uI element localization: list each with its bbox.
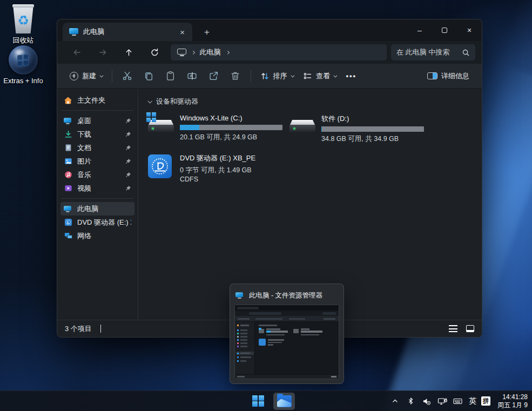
search-placeholder: 在 此电脑 中搜索: [396, 48, 454, 57]
new-label: 新建: [82, 71, 96, 81]
capacity-bar: [321, 126, 424, 132]
up-button[interactable]: [116, 43, 142, 62]
tab-close-icon[interactable]: ×: [178, 28, 187, 37]
minimize-button[interactable]: –: [407, 19, 432, 41]
chevron-down-icon: [100, 74, 103, 77]
sidebar-item-documents[interactable]: 文档: [60, 141, 134, 154]
dvd-drive-icon: [148, 154, 172, 178]
desktop-icon-recycle-bin[interactable]: ♻ 回收站: [0, 4, 46, 45]
forward-button[interactable]: [90, 43, 116, 62]
sidebar-item-music[interactable]: 音乐: [60, 168, 134, 181]
new-button[interactable]: 新建: [65, 67, 107, 85]
tray-overflow-chevron[interactable]: [389, 393, 401, 409]
tab-bar: 此电脑 × + – ×: [57, 19, 482, 41]
drive-name: 软件 (D:): [321, 114, 431, 124]
taskbar-preview-popup[interactable]: 此电脑 - 文件资源管理器: [230, 284, 344, 384]
desktop-icon-extras-info[interactable]: Extras + Info: [0, 45, 46, 85]
sidebar-item-downloads[interactable]: 下载: [60, 127, 134, 141]
sidebar-item-this-pc[interactable]: 此电脑: [60, 202, 134, 215]
details-pane-button[interactable]: 详细信息: [422, 67, 474, 85]
bluetooth-tray-button[interactable]: [405, 393, 417, 409]
maximize-button[interactable]: [432, 19, 457, 41]
breadcrumb-chevron-icon: [191, 51, 194, 54]
ime-mode-badge[interactable]: 拼: [481, 396, 490, 406]
drive-item-c[interactable]: Windows X-Lite (C:) 20.1 GB 可用, 共 24.9 G…: [148, 114, 289, 144]
toolbar-separator: [112, 70, 112, 82]
sidebar-item-home[interactable]: 主文件夹: [60, 93, 134, 107]
large-icons-view-toggle[interactable]: [466, 325, 474, 332]
speaker-muted-icon: [422, 397, 431, 406]
back-button[interactable]: [64, 43, 90, 62]
cut-icon: [122, 71, 132, 81]
navigation-pane: 主文件夹 桌面 下载 文档: [57, 89, 138, 320]
rename-button[interactable]: A: [181, 67, 203, 85]
sort-button[interactable]: 排序: [255, 67, 299, 85]
documents-icon: [64, 144, 72, 152]
pin-icon: [125, 158, 131, 165]
search-icon: [462, 49, 470, 57]
sidebar-item-label: 网络: [77, 231, 131, 241]
drive-name: DVD 驱动器 (E:) XB_PE: [180, 153, 289, 163]
sidebar-item-label: DVD 驱动器 (E:) XB: [77, 218, 131, 227]
view-label: 查看: [316, 71, 330, 81]
sort-label: 排序: [273, 71, 287, 81]
sidebar-divider: [62, 198, 133, 199]
share-button[interactable]: [203, 67, 225, 85]
sidebar-item-label: 图片: [77, 157, 120, 166]
preview-thumbnail[interactable]: [234, 305, 339, 379]
delete-button[interactable]: [225, 67, 246, 85]
more-options-button[interactable]: •••: [341, 67, 362, 85]
sidebar-item-desktop[interactable]: 桌面: [60, 114, 134, 127]
breadcrumb-this-pc[interactable]: 此电脑: [200, 48, 221, 57]
list-view-toggle[interactable]: [449, 325, 457, 332]
command-toolbar: 新建 A 排序 查看: [57, 64, 482, 89]
close-button[interactable]: ×: [457, 19, 482, 41]
search-box[interactable]: 在 此电脑 中搜索: [391, 44, 475, 60]
sidebar-item-label: 下载: [77, 130, 120, 139]
this-pc-icon: [177, 49, 186, 56]
sidebar-item-pictures[interactable]: 图片: [60, 154, 134, 168]
sort-icon: [260, 72, 270, 80]
chevron-down-icon: [291, 74, 294, 77]
sidebar-item-label: 文档: [77, 143, 120, 153]
touch-keyboard-tray-button[interactable]: [452, 393, 464, 409]
sidebar-item-label: 主文件夹: [77, 96, 131, 105]
details-pane-icon: [427, 72, 437, 79]
capacity-bar-fill: [180, 125, 199, 130]
drive-item-dvd[interactable]: DVD 驱动器 (E:) XB_PE 0 字节 可用, 共 1.49 GB CD…: [148, 153, 289, 184]
clock[interactable]: 14:41:28 周五 1月 9: [494, 393, 528, 409]
music-icon: [64, 171, 72, 179]
start-button[interactable]: [247, 393, 269, 410]
section-devices-and-drives[interactable]: 设备和驱动器: [148, 97, 482, 106]
sidebar-item-videos[interactable]: 视频: [60, 181, 134, 195]
delete-icon: [230, 71, 240, 81]
paste-button[interactable]: [160, 67, 181, 85]
section-title: 设备和驱动器: [156, 97, 198, 106]
cut-button[interactable]: [117, 67, 138, 85]
copy-button[interactable]: [138, 67, 160, 85]
network-tray-button[interactable]: [436, 393, 448, 409]
sidebar-item-dvd-drive[interactable]: DVD 驱动器 (E:) XB: [60, 215, 134, 229]
system-drive-icon: [148, 117, 174, 134]
ime-language-indicator[interactable]: 英: [468, 396, 477, 406]
keyboard-icon: [453, 397, 462, 405]
capacity-bar-fill: [321, 126, 322, 132]
hard-drive-icon: [289, 117, 315, 134]
desktop-folder-icon: [64, 117, 72, 125]
sidebar-item-network[interactable]: 网络: [60, 229, 134, 242]
refresh-button[interactable]: [142, 43, 167, 62]
volume-muted-tray-button[interactable]: [421, 393, 433, 409]
drive-item-d[interactable]: 软件 (D:) 34.8 GB 可用, 共 34.9 GB: [289, 114, 431, 144]
taskbar-file-explorer-button[interactable]: [273, 393, 295, 410]
view-button[interactable]: 查看: [298, 67, 341, 85]
drive-capacity-text: 20.1 GB 可用, 共 24.9 GB: [180, 133, 289, 142]
sidebar-item-label: 此电脑: [77, 204, 131, 214]
address-bar[interactable]: 此电脑: [171, 44, 387, 60]
pictures-icon: [64, 157, 72, 166]
sidebar-divider: [62, 110, 133, 111]
network-icon: [64, 232, 72, 240]
new-tab-button[interactable]: +: [200, 27, 214, 41]
this-pc-icon: [64, 205, 72, 213]
tab-this-pc[interactable]: 此电脑 ×: [63, 23, 192, 41]
time: 14:41:28: [497, 393, 528, 401]
